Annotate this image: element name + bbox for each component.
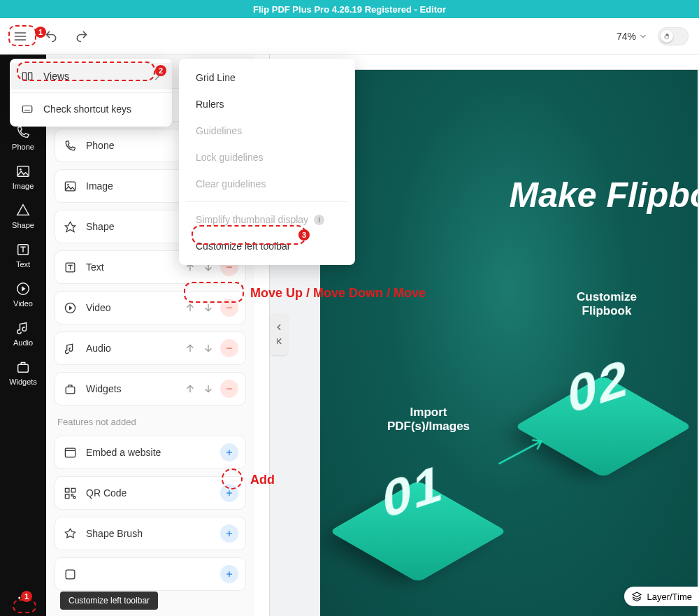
- layer-timeline-button[interactable]: Layer/Time: [624, 587, 699, 606]
- page-nav-pill[interactable]: [270, 313, 288, 355]
- video-icon: [15, 281, 31, 296]
- add-button[interactable]: [220, 524, 238, 543]
- sidebar-label: Video: [13, 299, 33, 308]
- svg-rect-15: [65, 488, 69, 492]
- tile-01-label: ImportPDF(s)/Images: [359, 406, 498, 434]
- svg-rect-4: [18, 364, 29, 372]
- panel-item-video[interactable]: Video: [55, 291, 246, 324]
- audio-icon: [15, 320, 31, 336]
- add-button[interactable]: [220, 484, 238, 502]
- sidebar-label: Image: [13, 182, 34, 190]
- annotation-badge-2: 2: [155, 65, 166, 76]
- annotation-badge-bottom: 1: [21, 591, 32, 602]
- sidebar-item-video[interactable]: Video: [0, 281, 46, 308]
- more-tooltip: Customize left toolbar: [60, 592, 158, 610]
- menu-item-shortcut[interactable]: Check shortcut keys: [10, 96, 172, 122]
- chevron-down-icon: [639, 32, 647, 41]
- generic-icon: [62, 566, 78, 582]
- layers-icon: [631, 591, 642, 602]
- menu-item-views[interactable]: Views: [10, 63, 172, 89]
- phone-icon: [15, 124, 31, 140]
- widgets-icon: [62, 381, 78, 396]
- svg-rect-16: [71, 488, 75, 492]
- svg-rect-18: [66, 570, 75, 579]
- submenu-lock-guidelines: Lock guidelines: [179, 144, 355, 171]
- remove-button[interactable]: [220, 339, 238, 357]
- annotation-badge-3: 3: [298, 229, 310, 241]
- panel-item-shapebrush[interactable]: Shape Brush: [55, 517, 246, 550]
- menu-item-label: Check shortcut keys: [43, 103, 131, 115]
- tile-01: 01: [348, 447, 495, 552]
- preview-toggle[interactable]: [658, 28, 688, 45]
- move-down-button[interactable]: [199, 380, 217, 398]
- svg-rect-13: [66, 387, 75, 394]
- audio-icon: [62, 341, 78, 356]
- svg-rect-0: [17, 166, 29, 177]
- svg-rect-17: [65, 494, 69, 499]
- submenu-rulers[interactable]: Rulers: [179, 91, 355, 117]
- submenu-customize[interactable]: Customize left toolbar: [179, 233, 355, 259]
- views-submenu: Grid Line Rulers Guidelines Lock guideli…: [179, 59, 355, 265]
- sidebar-item-audio[interactable]: Audio: [0, 320, 46, 347]
- panel-item-label: Widgets: [86, 383, 181, 394]
- svg-point-10: [67, 183, 69, 185]
- remove-button[interactable]: [220, 299, 238, 317]
- panel-item-audio[interactable]: Audio: [55, 331, 246, 365]
- sidebar-item-text[interactable]: Text: [0, 242, 46, 268]
- move-down-button[interactable]: [199, 339, 217, 357]
- title-bar-text: Flip PDF Plus Pro 4.26.19 Registered - E…: [253, 4, 446, 15]
- chevron-left-icon: [274, 322, 284, 332]
- panel-item-label: QR Code: [86, 487, 220, 499]
- redo-button[interactable]: [69, 23, 95, 50]
- video-icon: [62, 300, 78, 315]
- title-bar: Flip PDF Plus Pro 4.26.19 Registered - E…: [0, 0, 699, 18]
- hamburger-button[interactable]: [7, 23, 34, 50]
- move-up-button[interactable]: [181, 339, 199, 357]
- panel-item-extra[interactable]: [55, 557, 246, 591]
- sidebar-item-widgets[interactable]: Widgets: [0, 359, 46, 386]
- sidebar-item-image[interactable]: Image: [0, 164, 46, 190]
- add-button[interactable]: [220, 565, 238, 583]
- redo-icon: [75, 29, 89, 43]
- text-icon: [15, 242, 31, 257]
- submenu-simplify[interactable]: Simplify thumbnail display i: [179, 206, 355, 233]
- move-up-button[interactable]: [181, 380, 199, 398]
- add-button[interactable]: [220, 443, 238, 461]
- panel-item-qrcode[interactable]: QR Code: [55, 476, 246, 510]
- move-up-button[interactable]: [181, 299, 199, 317]
- panel-item-label: Video: [86, 302, 181, 313]
- svg-rect-9: [65, 182, 75, 191]
- not-added-header: Features not added: [57, 417, 246, 427]
- hero-text: Make Flipboo: [510, 175, 698, 215]
- panel-item-label: Audio: [86, 343, 181, 354]
- sidebar-item-phone[interactable]: Phone: [0, 124, 46, 151]
- widgets-icon: [15, 359, 31, 375]
- first-page-icon: [274, 336, 284, 346]
- undo-icon: [44, 29, 58, 43]
- submenu-grid[interactable]: Grid Line: [179, 64, 355, 91]
- sidebar-label: Text: [16, 260, 30, 268]
- layer-button-label: Layer/Time: [647, 592, 692, 602]
- views-icon: [21, 70, 34, 83]
- panel-item-embed[interactable]: Embed a website: [55, 436, 246, 469]
- left-sidebar: Phone Image Shape Text Video Audio Widge…: [0, 55, 46, 616]
- svg-rect-19: [22, 73, 26, 80]
- submenu-label: Simplify thumbnail display: [196, 214, 308, 225]
- sidebar-label: Shape: [12, 221, 34, 229]
- svg-point-5: [18, 597, 20, 599]
- info-icon: i: [314, 215, 324, 225]
- move-down-button[interactable]: [199, 299, 217, 317]
- panel-item-widgets[interactable]: Widgets: [55, 372, 246, 406]
- canvas-page[interactable]: Make Flipboo CustomizeFlipbook 02 Import…: [320, 70, 698, 616]
- annotation-label-move: Move Up / Move Down / Move: [250, 286, 426, 301]
- svg-rect-21: [22, 106, 32, 113]
- sidebar-label: Audio: [13, 338, 33, 347]
- panel-item-label: Text: [86, 262, 181, 273]
- remove-button[interactable]: [220, 380, 238, 398]
- panel-item-label: Shape Brush: [86, 528, 220, 539]
- zoom-control[interactable]: 74%: [617, 31, 647, 42]
- sidebar-item-shape[interactable]: Shape: [0, 203, 46, 229]
- svg-point-1: [20, 169, 22, 171]
- hamburger-icon: [13, 29, 27, 43]
- main-menu-dropdown: Views Check shortcut keys: [10, 59, 172, 127]
